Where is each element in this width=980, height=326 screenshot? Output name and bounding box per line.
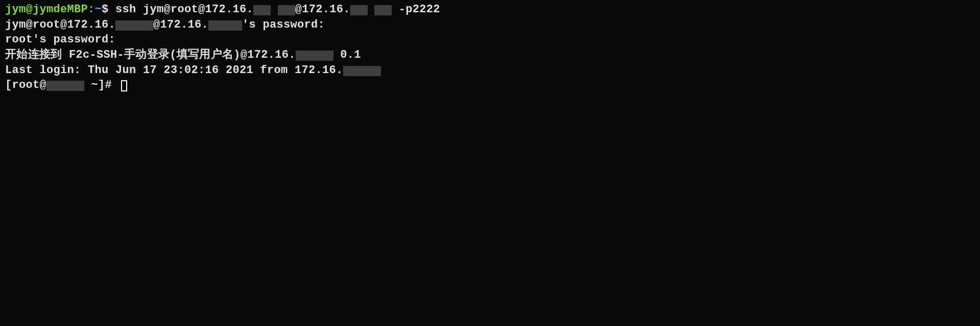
redacted-ip-octet <box>374 5 392 15</box>
redacted-hostname <box>46 81 84 91</box>
redacted-ip-octet <box>115 20 153 31</box>
terminal-window[interactable]: jym@jymdeMBP:~$ ssh jym@root@172.16. @17… <box>5 2 975 93</box>
cursor[interactable] <box>121 80 127 91</box>
ssh-command: ssh jym@root@172.16. @172.16. -p2222 <box>115 3 440 16</box>
colon: : <box>88 3 95 16</box>
user-host: jym@jymdeMBP <box>5 3 88 16</box>
last-login: Last login: Thu Jun 17 23:02:16 2021 fro… <box>5 63 975 78</box>
shell-prompt: [root@ ~]# <box>5 78 975 93</box>
redacted-ip-octet <box>253 5 271 15</box>
redacted-ip-octet <box>350 5 368 15</box>
prompt-line-1: jym@jymdeMBP:~$ ssh jym@root@172.16. @17… <box>5 2 975 17</box>
password-prompt-2: root's password: <box>5 32 975 48</box>
password-prompt-1: jym@root@172.16.@172.16.'s password: <box>5 17 975 33</box>
redacted-ip-octet <box>296 51 333 61</box>
path-tilde: ~ <box>95 3 102 16</box>
redacted-ip-octet <box>208 20 242 31</box>
redacted-ip-octet <box>278 5 295 15</box>
redacted-ip-octet <box>343 66 381 76</box>
connect-message: 开始连接到 F2c-SSH-手动登录(填写用户名)@172.16. 0.1 <box>5 48 975 63</box>
dollar-sign: $ <box>102 3 115 16</box>
